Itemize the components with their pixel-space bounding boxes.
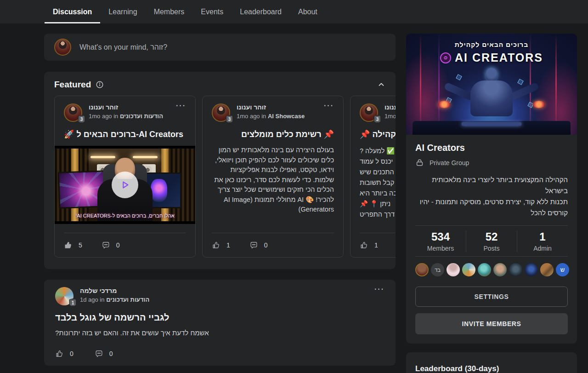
level-badge: 3 (373, 115, 381, 123)
post-menu-icon[interactable]: ··· (324, 103, 334, 108)
comment-icon (249, 241, 258, 250)
tab-members[interactable]: Members (146, 0, 193, 23)
post-time: 1mo ago in (237, 113, 266, 120)
tab-discussion[interactable]: Discussion (45, 0, 100, 23)
member-avatar[interactable]: ש (556, 263, 569, 276)
tab-leaderboard[interactable]: Leaderboard (232, 0, 290, 23)
level-badge: 1 (69, 298, 77, 307)
author-name[interactable]: זוהר וענונו (89, 103, 163, 111)
like-count: 5 (79, 241, 82, 249)
member-avatar[interactable] (447, 263, 460, 276)
video-thumbnail[interactable]: אהלן חברים, ברוכים הבאים ל-AI CREATORS! (55, 146, 195, 224)
thumbs-up-icon (55, 350, 64, 358)
featured-card-community[interactable]: 3 זוהר וענונו 1mo ago in 📌 קהילה ? למעלה… (350, 96, 396, 258)
member-avatar[interactable] (540, 263, 554, 276)
leaderboard-title: Leaderboard (30-days) (415, 364, 568, 373)
video-caption: אהלן חברים, ברוכים הבאים ל-AI CREATORS! (55, 213, 195, 218)
play-button[interactable] (112, 172, 138, 198)
stat-admins[interactable]: 1 Admin (517, 230, 568, 252)
author-name[interactable]: מרדכי שלמה (80, 287, 149, 294)
author-avatar[interactable]: 3 (64, 103, 82, 122)
author-avatar[interactable]: 1 (55, 287, 74, 305)
post-menu-icon[interactable]: ··· (176, 103, 186, 108)
member-avatar[interactable] (415, 263, 429, 276)
comment-count: 0 (264, 241, 268, 249)
post-title: 📌 קהילה (360, 129, 396, 139)
group-banner-image: ברוכים הבאים לקהילת AI CREATORS (406, 34, 577, 135)
featured-cards-row[interactable]: 3 זוהר וענונו 1mo ago in הודעות ועדכונים… (54, 96, 396, 258)
post-body-line: קבל תשובות (360, 178, 396, 188)
comment-icon (95, 350, 103, 358)
group-description-line: תכנות ללא קוד, יצירת סרטים, מוסיקה ותמונ… (415, 196, 568, 218)
author-avatar[interactable]: 3 (360, 103, 378, 122)
member-avatar[interactable] (493, 263, 507, 276)
group-stats: 534 Members 52 Posts 1 Admin (415, 226, 568, 256)
post-menu-icon[interactable]: ··· (374, 287, 384, 292)
author-name[interactable]: זוהר וענונו (237, 103, 305, 111)
stat-members[interactable]: 534 Members (415, 230, 466, 252)
level-badge: 3 (78, 115, 85, 123)
info-icon[interactable] (96, 80, 104, 89)
brain-logo-icon (440, 52, 451, 63)
author-name[interactable]: זוהר וענונו (384, 103, 396, 111)
like-count: 1 (226, 241, 230, 249)
post-body: בעולם היצירה עם בינה מלאכותית יש המון כל… (212, 145, 334, 215)
member-avatar[interactable]: בד (431, 263, 444, 276)
comment-button[interactable]: 0 (249, 241, 268, 250)
featured-title: Featured (54, 80, 91, 90)
post-body-line: דרך התפריט (360, 209, 396, 220)
like-button[interactable]: 1 (212, 241, 230, 250)
stat-posts[interactable]: 52 Posts (466, 230, 517, 252)
play-icon (120, 180, 130, 190)
group-description-line: הקהילה המקצועית ביותר ליוצרי בינה מלאכות… (415, 174, 568, 196)
tab-about[interactable]: About (290, 0, 326, 23)
featured-card-tools[interactable]: 3 זוהר וענונו 1mo ago in AI Showcase ···… (202, 96, 344, 258)
nav-tabs: Discussion Learning Members Events Leade… (45, 0, 588, 23)
tab-learning[interactable]: Learning (100, 0, 145, 23)
like-count: 0 (70, 350, 74, 357)
current-user-avatar[interactable] (54, 39, 71, 56)
member-avatar[interactable] (462, 263, 475, 276)
group-sidebar: ברוכים הבאים לקהילת AI CREATORS AI Creat… (406, 34, 577, 373)
post-body-line: יכנס ל עמוד (360, 156, 396, 167)
chevron-up-icon[interactable] (377, 80, 385, 89)
post-title: לגביי הרשמה של גוגל בלבד (55, 312, 384, 323)
like-button[interactable]: 0 (55, 350, 74, 358)
author-avatar[interactable]: 3 (212, 103, 230, 122)
post-category[interactable]: הודעות ועדכונים (120, 113, 163, 120)
banner-group-name: AI CREATORS (455, 51, 543, 64)
like-button[interactable]: 1 (360, 241, 378, 250)
feed-post[interactable]: 1 מרדכי שלמה 1d ago in הודעות ועדכונים ·… (44, 280, 396, 366)
group-name: AI Creators (415, 143, 568, 153)
banner-welcome-text: ברוכים הבאים לקהילת (406, 41, 577, 48)
post-time: 1mo ago in (384, 113, 396, 120)
member-avatar[interactable] (509, 263, 522, 276)
comment-icon (102, 241, 110, 250)
member-avatars-row: בד ש (415, 257, 568, 284)
like-count: 1 (374, 241, 378, 249)
comment-button[interactable]: 0 (95, 350, 113, 358)
tab-events[interactable]: Events (192, 0, 232, 23)
post-body-line: 📌 📍 ניתן (360, 199, 396, 209)
post-category[interactable]: AI Showcase (268, 113, 305, 120)
post-time: 1mo ago in (89, 113, 118, 120)
thumbs-up-icon (212, 241, 220, 250)
group-privacy: Private Group (430, 159, 469, 166)
like-button[interactable]: 5 (64, 241, 82, 250)
level-badge: 3 (226, 115, 233, 123)
post-category[interactable]: הודעות ועדכונים (106, 296, 149, 303)
comment-count: 0 (116, 241, 120, 249)
thumbs-up-icon (64, 241, 73, 250)
group-info-card: ברוכים הבאים לקהילת AI CREATORS AI Creat… (406, 34, 577, 344)
settings-button[interactable]: SETTINGS (415, 287, 568, 307)
post-body-line: בה ביותר היא (360, 188, 396, 199)
top-nav-bar: Discussion Learning Members Events Leade… (0, 0, 588, 23)
composer-prompt: What's on your mind, זוהר? (79, 43, 167, 52)
post-composer[interactable]: What's on your mind, זוהר? (44, 34, 396, 61)
member-avatar[interactable] (478, 263, 491, 276)
comment-button[interactable]: 0 (102, 241, 120, 250)
post-time: 1d ago in (80, 296, 105, 303)
member-avatar[interactable] (525, 263, 538, 276)
invite-members-button[interactable]: INVITE MEMBERS (415, 313, 568, 334)
featured-card-welcome[interactable]: 3 זוהר וענונו 1mo ago in הודעות ועדכונים… (54, 96, 196, 258)
